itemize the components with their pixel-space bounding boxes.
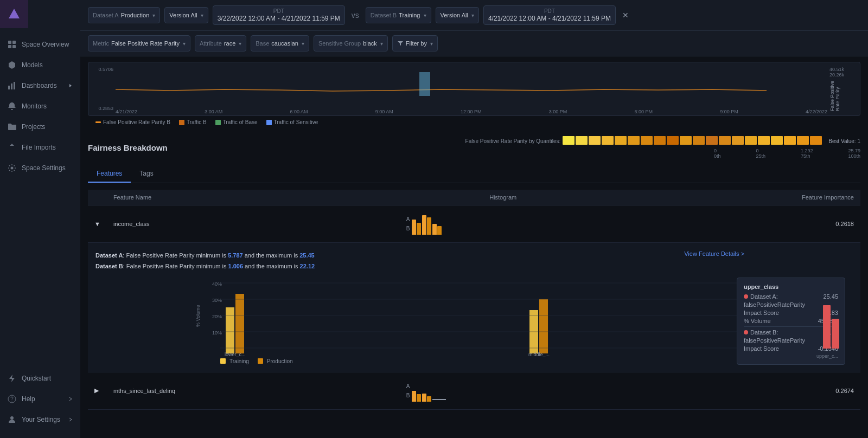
view-details-link[interactable]: View Feature Details > — [684, 250, 744, 257]
dataset-a-group[interactable]: Dataset A Production ▾ — [88, 7, 160, 23]
svg-point-7 — [11, 167, 14, 170]
histogram-legend: Training Production — [220, 358, 293, 364]
tooltip-fpr-b-label: falsePositiveRateParity — [744, 337, 805, 344]
sidebar-item-monitors[interactable]: Monitors — [0, 96, 80, 116]
close-comparison-button[interactable]: ✕ — [620, 9, 631, 22]
legend-traffic-base-color — [215, 120, 221, 125]
sidebar: Space Overview Models Dashboards Monitor… — [0, 0, 80, 438]
svg-point-9 — [12, 401, 12, 402]
legend-traffic-sensitive: Traffic of Sensitive — [266, 119, 318, 125]
main-content: Dataset A Production ▾ Version All ▾ PDT… — [80, 0, 868, 438]
tab-tags[interactable]: Tags — [131, 165, 162, 183]
sidebar-item-file-imports[interactable]: File Imports — [0, 138, 80, 157]
legend-traffic-sensitive-color — [266, 120, 272, 125]
sensitive-group-label: Sensitive Group — [318, 40, 361, 47]
lightning-icon — [8, 374, 16, 383]
sidebar-item-label: File Imports — [22, 144, 56, 151]
tooltip-dot-b — [744, 330, 748, 334]
table-header-row: Feature Name Histogram Feature Importanc… — [88, 190, 860, 205]
attribute-filter-group[interactable]: Attribute race ▾ — [195, 35, 246, 51]
dataset-a-label: Dataset A — [93, 12, 119, 18]
col-expand — [88, 190, 107, 205]
filter-by-group[interactable]: Filter by ▾ — [392, 35, 438, 51]
dataset-b-group[interactable]: Dataset B Training ▾ — [366, 7, 431, 23]
production-legend-color — [258, 358, 263, 364]
tooltip-bar-label: upper_c... — [744, 353, 838, 359]
sidebar-item-dashboards[interactable]: Dashboards — [0, 76, 80, 95]
feature-name-cell: income_class — [107, 205, 400, 243]
sidebar-item-models[interactable]: Models — [0, 55, 80, 75]
histogram-cell-2: A B — [400, 372, 607, 409]
cube-icon — [8, 61, 16, 69]
fairness-title: Fairness Breakdown — [88, 143, 168, 152]
sidebar-item-space-overview[interactable]: Space Overview — [0, 35, 80, 54]
fairness-header: Fairness Breakdown False Positive Rate P… — [88, 136, 860, 159]
row-expander-2[interactable]: ▶ — [88, 372, 107, 409]
svg-text:% Volume: % Volume — [195, 305, 201, 327]
legend-fpr-b: False Positive Rate Parity B — [95, 119, 170, 125]
row-expander[interactable]: ▼ — [88, 205, 107, 243]
legend-traffic-sensitive-label: Traffic of Sensitive — [274, 119, 318, 125]
date-range-a-value: 3/22/2022 12:00 AM - 4/21/2022 11:59 PM — [218, 15, 340, 22]
yaxis-bottom: 0.2853 — [98, 106, 113, 111]
sidebar-item-label: Quickstart — [22, 375, 51, 382]
svg-rect-0 — [8, 41, 11, 44]
tooltip-bar-chart — [823, 300, 839, 349]
tab-features[interactable]: Features — [88, 165, 131, 183]
quantile-cell — [693, 136, 705, 145]
sidebar-item-your-settings[interactable]: Your Settings — [0, 410, 80, 429]
quantile-cell — [719, 136, 731, 145]
legend-traffic-base: Traffic of Base — [215, 119, 258, 125]
sensitive-group-value: black — [363, 40, 377, 47]
fairness-section: Fairness Breakdown False Positive Rate P… — [80, 128, 868, 438]
folder-icon — [8, 123, 16, 131]
svg-rect-4 — [8, 86, 10, 89]
sidebar-item-label: Dashboards — [22, 82, 57, 89]
svg-rect-6 — [14, 82, 15, 89]
sensitive-group-chevron: ▾ — [380, 41, 383, 47]
filter-by-chevron: ▾ — [430, 41, 433, 47]
version-a-group[interactable]: Version All ▾ — [164, 7, 208, 23]
expanded-content: Dataset A: False Positive Rate Parity mi… — [88, 243, 860, 372]
chart-yaxis: 0.5706 0.2853 — [88, 62, 116, 115]
best-value-label: Best Value: 1 — [828, 138, 860, 144]
sidebar-item-help[interactable]: Help — [0, 389, 80, 409]
sensitive-group-filter[interactable]: Sensitive Group black ▾ — [314, 35, 388, 51]
base-chevron: ▾ — [302, 41, 304, 47]
quantile-label-row: False Positive Rate Parity by Quantiles:… — [465, 136, 860, 146]
tooltip-dataset-a-row: Dataset A: 25.45 — [744, 293, 838, 300]
quantile-cell — [771, 136, 783, 145]
base-filter-group[interactable]: Base caucasian ▾ — [251, 35, 309, 51]
expanded-histogram-chart: 40% 30% 20% 10% % Volume — [95, 278, 853, 364]
svg-rect-11 — [419, 72, 430, 96]
metric-filter-group[interactable]: Metric False Positive Rate Parity ▾ — [88, 35, 190, 51]
date-range-b-group[interactable]: PDT 4/21/2022 12:00 AM - 4/21/2022 11:59… — [483, 5, 616, 25]
sidebar-item-label: Models — [22, 61, 43, 69]
chart-icon — [8, 81, 16, 90]
base-label: Base — [256, 40, 269, 47]
quantile-cell — [732, 136, 744, 145]
mths-histogram-bars — [412, 380, 446, 402]
quantile-cell — [745, 136, 757, 145]
sidebar-item-space-settings[interactable]: Space Settings — [0, 158, 80, 178]
app-logo[interactable] — [0, 0, 28, 28]
expanded-row: Dataset A: False Positive Rate Parity mi… — [88, 243, 860, 372]
sidebar-nav: Space Overview Models Dashboards Monitor… — [0, 33, 80, 364]
date-range-a-group[interactable]: PDT 3/22/2022 12:00 AM - 4/21/2022 11:59… — [213, 5, 345, 25]
quantile-cell — [654, 136, 666, 145]
svg-text:middle_...: middle_... — [528, 352, 550, 357]
chevron-right-icon — [68, 83, 73, 88]
table-body: ▼ income_class A B — [88, 205, 860, 410]
col-feature-name: Feature Name — [107, 190, 400, 205]
chart-legend: False Positive Rate Parity B Traffic B T… — [88, 116, 860, 128]
upload-icon — [8, 143, 16, 152]
feature-name-cell-2: mths_since_last_delinq — [107, 372, 400, 409]
quantile-cell — [758, 136, 770, 145]
pdt-b-label: PDT — [544, 9, 555, 14]
sidebar-item-projects[interactable]: Projects — [0, 117, 80, 137]
chart-svg — [116, 62, 827, 105]
sidebar-item-quickstart[interactable]: Quickstart — [0, 369, 80, 388]
quantile-cell — [602, 136, 614, 145]
version-b-group[interactable]: Version All ▾ — [436, 7, 479, 23]
grid-icon — [8, 40, 16, 49]
